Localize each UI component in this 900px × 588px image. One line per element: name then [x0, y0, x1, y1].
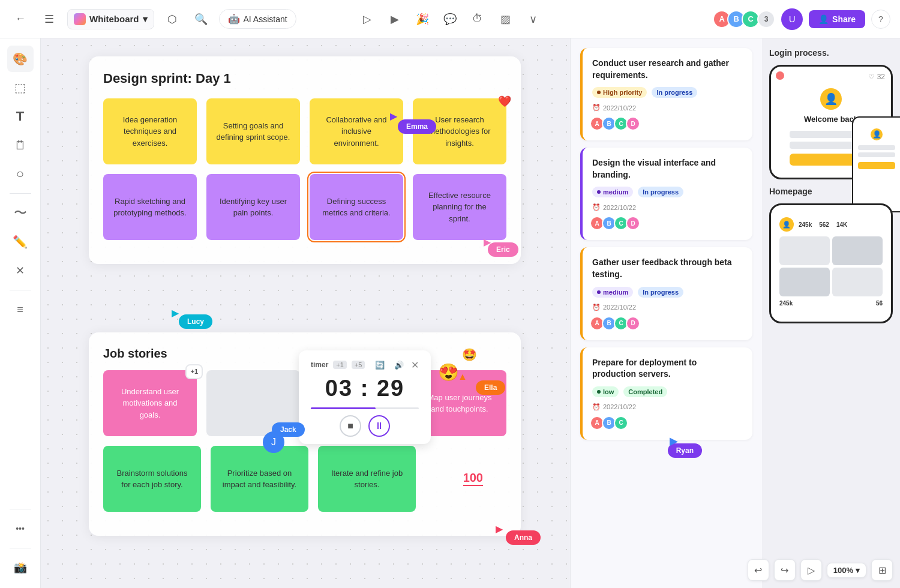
stat-2: 562: [819, 221, 829, 228]
search-button[interactable]: 🔍: [190, 8, 212, 30]
timer-stop-button[interactable]: ■: [340, 415, 361, 437]
task-title-4: Prepare for deployment to production ser…: [592, 357, 743, 380]
timer-close-button[interactable]: ✕: [411, 358, 419, 372]
tag-button[interactable]: ⬡: [161, 8, 183, 30]
sticky-prioritize[interactable]: Prioritize based on impact and feasibili…: [211, 446, 308, 512]
sticky-goals[interactable]: Setting goals and defining sprint scope.: [206, 98, 300, 164]
sidebar-line[interactable]: 〜: [7, 200, 34, 226]
grid-item-2: [832, 236, 883, 265]
sidebar-palette[interactable]: 🎨: [7, 46, 34, 72]
tool-arrow[interactable]: ▷: [356, 8, 379, 31]
menu-button[interactable]: ☰: [38, 8, 60, 30]
task-title-2: Design the visual interface and branding…: [592, 157, 743, 181]
homepage-grid: [779, 236, 883, 296]
badge-status-2: In progress: [638, 187, 683, 197]
cursor-jack-avatar: J: [263, 431, 284, 453]
timer-widget: timer +1 +5 🔄 🔊 ✕ 03 : 29 ■ ⏸: [299, 350, 431, 444]
sidebar-table[interactable]: ≡: [7, 296, 34, 323]
sticky-text: Setting goals and defining sprint scope.: [215, 120, 292, 143]
task-badges-4: low Completed: [592, 386, 743, 397]
sticky-motivations[interactable]: +1 Understand user motivations and goals…: [103, 370, 197, 436]
task-card-2[interactable]: Design the visual interface and branding…: [580, 148, 752, 240]
redo-button[interactable]: ↪: [774, 559, 796, 581]
sticky-resources[interactable]: Effective resource planning for the spri…: [413, 174, 506, 240]
sticky-idea-gen[interactable]: Idea generation techniques and exercises…: [103, 98, 197, 164]
sticky-research[interactable]: ❤️ User research methodologies for insig…: [413, 98, 506, 164]
sidebar-more[interactable]: •••: [7, 515, 34, 542]
sprint-title: Design sprint: Day 1: [103, 71, 506, 86]
dot-icon: [597, 190, 601, 194]
right-panel: Conduct user research and gather require…: [570, 38, 762, 588]
clock-icon: ⏰: [592, 203, 601, 211]
sticky-pain-points[interactable]: Identifying key user pain points.: [206, 174, 300, 240]
sidebar-embed[interactable]: 📸: [7, 554, 34, 581]
task-card-4[interactable]: Prepare for deployment to production ser…: [580, 347, 752, 440]
badge-priority-3: medium: [592, 287, 633, 298]
sticky-metrics[interactable]: Defining success metrics and criteria.: [310, 174, 403, 240]
phone-user-icon: 👤: [820, 88, 842, 110]
fit-screen-button[interactable]: ⊞: [871, 559, 893, 581]
undo-button[interactable]: ↩: [748, 559, 769, 581]
tool-chart[interactable]: ▨: [494, 8, 517, 31]
sticky-text: Prioritize based on impact and feasibili…: [219, 467, 300, 491]
task-card-3[interactable]: Gather user feedback through beta testin…: [580, 247, 752, 340]
sprint-row-1: Idea generation techniques and exercises…: [103, 98, 506, 164]
ai-assistant-button[interactable]: 🤖 AI Assistant: [219, 9, 296, 29]
sidebar-frame[interactable]: ⬚: [7, 74, 34, 101]
tool-comment[interactable]: 💬: [439, 8, 461, 31]
sticky-sketch[interactable]: Rapid sketching and prototyping methods.: [103, 174, 197, 240]
badge-priority-2: medium: [592, 187, 633, 197]
task-date-1: ⏰ 2022/10/22: [592, 104, 743, 112]
badge-priority-4: low: [592, 386, 619, 397]
sidebar-text[interactable]: T: [7, 103, 34, 130]
footer-stat-2: 56: [876, 300, 883, 307]
badge-status-4: Completed: [623, 386, 667, 397]
tool-celebrate[interactable]: 🎉: [411, 8, 434, 31]
zoom-control[interactable]: 100% ▾: [827, 563, 866, 578]
back-button[interactable]: ←: [10, 8, 31, 30]
pointer-button[interactable]: ▷: [800, 559, 822, 581]
dot-icon: [597, 390, 601, 394]
sidebar-note[interactable]: 🗒: [7, 132, 34, 158]
app-title-button[interactable]: Whiteboard ▾: [67, 9, 154, 29]
sticky-text: Iterate and refine job stories.: [326, 467, 407, 491]
login-section-title: Login process.: [769, 48, 893, 58]
timer-header: timer +1 +5 🔄 🔊 ✕: [311, 358, 419, 372]
zoom-level: 100%: [833, 566, 853, 575]
timer-controls: ■ ⏸: [311, 415, 419, 437]
sticky-iterate[interactable]: Iterate and refine job stories.: [318, 446, 416, 512]
homepage-header: 👤 245k 562 14K: [779, 217, 883, 232]
sticky-blank[interactable]: [206, 370, 300, 436]
task-card-1[interactable]: Conduct user research and gather require…: [580, 48, 752, 140]
sidebar-separator-1: [10, 193, 31, 194]
canvas-area[interactable]: Design sprint: Day 1 Idea generation tec…: [41, 38, 570, 588]
timer-badge-2: +5: [352, 361, 365, 369]
timer-sound-icon[interactable]: 🔊: [392, 358, 406, 372]
timer-sync-icon[interactable]: 🔄: [373, 358, 387, 372]
sidebar-shape[interactable]: ○: [7, 161, 34, 187]
bottom-bar: ↩ ↪ ▷ 100% ▾ ⊞: [748, 559, 893, 581]
sidebar-draw[interactable]: ✏️: [7, 229, 34, 255]
sticky-collab[interactable]: Collaborative and inclusive environment.: [310, 98, 403, 164]
sticky-brainstorm[interactable]: Brainstorm solutions for each job story.: [103, 446, 201, 512]
share-button[interactable]: 👤 Share: [809, 10, 865, 28]
phone-close-dot: [776, 71, 784, 80]
plus-one-badge: +1: [185, 364, 203, 379]
task-date-4: ⏰ 2022/10/22: [592, 403, 743, 411]
tool-more[interactable]: ∨: [521, 8, 544, 31]
timer-pause-button[interactable]: ⏸: [368, 415, 390, 437]
whiteboard-icon: [74, 13, 86, 25]
job-row-2: Brainstorm solutions for each job story.…: [103, 446, 506, 512]
sprint-board: Design sprint: Day 1 Idea generation tec…: [89, 56, 521, 264]
sticky-text: Effective resource planning for the spri…: [421, 190, 498, 225]
task-badges-3: medium In progress: [592, 287, 743, 298]
whiteboard-title: Whiteboard: [89, 14, 139, 24]
sidebar-connector[interactable]: ✕: [7, 257, 34, 284]
help-button[interactable]: ?: [871, 10, 890, 29]
user-avatar[interactable]: U: [781, 8, 803, 30]
phone2-btn: [858, 162, 895, 169]
tool-timer[interactable]: ⏱: [466, 8, 489, 31]
sidebar-separator-3: [10, 509, 31, 509]
grid-item-3: [779, 268, 830, 296]
tool-play[interactable]: ▶: [383, 8, 406, 31]
